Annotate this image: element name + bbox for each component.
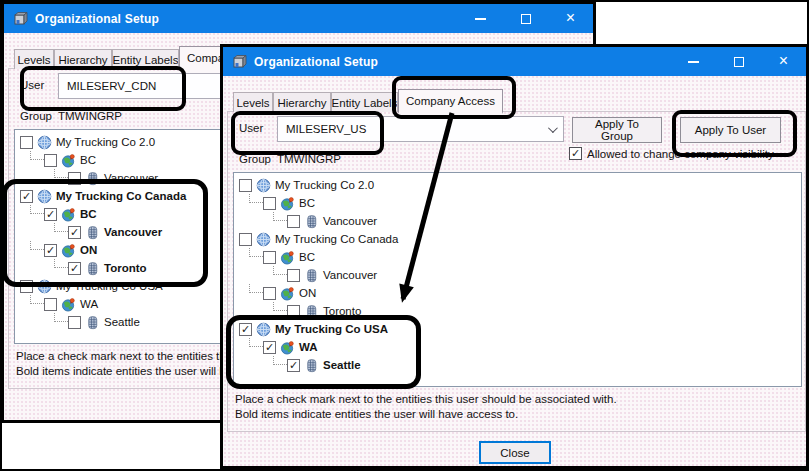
globe-icon	[256, 322, 271, 337]
tree-item[interactable]: My Trucking Co 2.0	[234, 176, 801, 194]
tree-item-label[interactable]: Toronto	[323, 305, 361, 317]
minimize-button[interactable]	[458, 4, 503, 33]
group-label: Group	[20, 110, 52, 122]
tree-item-label[interactable]: BC	[80, 154, 96, 166]
tree-connector-line	[54, 313, 68, 322]
tree-item-label[interactable]: My Trucking Co USA	[56, 280, 163, 292]
visibility-label: Allowed to change company visibility	[587, 148, 774, 160]
tree-item-checkbox[interactable]	[287, 305, 300, 318]
tree-item[interactable]: ✓Seattle	[234, 356, 801, 374]
tab-company-access[interactable]: Company Access	[398, 89, 503, 114]
titlebar[interactable]: Organizational Setup ×	[4, 4, 593, 33]
tree-item-label[interactable]: Vancouver	[104, 172, 158, 184]
tree-item-checkbox[interactable]: ✓	[68, 226, 81, 239]
close-icon: ×	[779, 53, 788, 69]
tab-hierarchy[interactable]: Hierarchy	[273, 92, 331, 112]
tree-item-checkbox[interactable]	[20, 280, 33, 293]
tree-item-checkbox[interactable]	[239, 233, 252, 246]
tree-item-checkbox[interactable]: ✓	[44, 244, 57, 257]
tree-item-checkbox[interactable]: ✓	[20, 190, 33, 203]
tree-item-label[interactable]: My Trucking Co Canada	[275, 233, 398, 245]
globe-pin-icon	[61, 153, 76, 168]
tree-item-label[interactable]: My Trucking Co Canada	[56, 190, 186, 202]
visibility-checkbox[interactable]: ✓	[569, 147, 582, 160]
tree-item[interactable]: BC	[234, 194, 801, 212]
tree-item-checkbox[interactable]: ✓	[239, 323, 252, 336]
tree-item-label[interactable]: BC	[299, 197, 315, 209]
minimize-button[interactable]	[671, 47, 716, 76]
globe-pin-icon	[61, 243, 76, 258]
tree-connector-line	[30, 151, 44, 160]
apply-to-group-button[interactable]: Apply To Group	[572, 117, 662, 143]
close-dialog-button[interactable]: Close	[479, 441, 551, 464]
user-label: User	[20, 79, 44, 91]
tree-item[interactable]: ✓WA	[234, 338, 801, 356]
tree-item-checkbox[interactable]: ✓	[287, 359, 300, 372]
globe-pin-icon	[61, 297, 76, 312]
tree-item-checkbox[interactable]	[20, 136, 33, 149]
tree-item-checkbox[interactable]: ✓	[263, 341, 276, 354]
tree-item-checkbox[interactable]	[239, 179, 252, 192]
tree-item[interactable]: Toronto	[234, 302, 801, 320]
tree-connector-line	[54, 259, 68, 268]
tree-item-label[interactable]: Vancouver	[323, 215, 377, 227]
close-window-button[interactable]: ×	[548, 4, 593, 33]
user-combobox-value: MILESERV_US	[286, 123, 366, 135]
globe-pin-icon	[280, 196, 295, 211]
visibility-checkbox-row[interactable]: ✓ Allowed to change company visibility	[569, 147, 774, 160]
tree-item-label[interactable]: BC	[299, 251, 315, 263]
user-combobox-value: MILESERV_CDN	[67, 80, 156, 92]
tree-item-checkbox[interactable]	[263, 287, 276, 300]
globe-pin-icon	[61, 207, 76, 222]
tree-item-label[interactable]: BC	[80, 208, 97, 220]
user-combobox[interactable]: MILESERV_US	[277, 116, 564, 142]
tree-item-label[interactable]: Seattle	[104, 316, 140, 328]
tree-item-label[interactable]: Toronto	[104, 262, 147, 274]
globe-pin-icon	[280, 250, 295, 265]
window-title: Organizational Setup	[35, 12, 159, 26]
tree-item-label[interactable]: Vancouver	[104, 226, 162, 238]
maximize-button[interactable]	[503, 4, 548, 33]
globe-icon	[37, 135, 52, 150]
close-window-button[interactable]: ×	[761, 47, 806, 76]
tree-item-label[interactable]: WA	[80, 298, 98, 310]
tree-item-checkbox[interactable]	[287, 269, 300, 282]
tree-item-checkbox[interactable]: ✓	[44, 208, 57, 221]
maximize-icon	[521, 14, 531, 24]
tree-item[interactable]: Vancouver	[234, 212, 801, 230]
tab-hierarchy[interactable]: Hierarchy	[54, 49, 112, 69]
tree-item-checkbox[interactable]	[68, 316, 81, 329]
group-label: Group	[239, 153, 271, 165]
tree-connector-line	[273, 302, 287, 311]
org-blocks-icon	[231, 54, 247, 70]
tree-item-checkbox[interactable]	[44, 154, 57, 167]
tab-entity-labels[interactable]: Entity Labels	[331, 92, 398, 112]
tree-item-checkbox[interactable]	[68, 172, 81, 185]
tree-item-label[interactable]: My Trucking Co 2.0	[56, 136, 155, 148]
tree-item-label[interactable]: My Trucking Co USA	[275, 323, 388, 335]
tree-item-checkbox[interactable]	[287, 215, 300, 228]
maximize-button[interactable]	[716, 47, 761, 76]
tree-item-label[interactable]: Vancouver	[323, 269, 377, 281]
tree-item[interactable]: BC	[234, 248, 801, 266]
tree-item[interactable]: Vancouver	[234, 266, 801, 284]
tab-levels[interactable]: Levels	[14, 49, 54, 69]
tree-item-label[interactable]: My Trucking Co 2.0	[275, 179, 374, 191]
building-icon	[85, 315, 100, 330]
tree-item-checkbox[interactable]: ✓	[68, 262, 81, 275]
tab-entity-labels[interactable]: Entity Labels	[112, 49, 179, 69]
tree-item-label[interactable]: ON	[299, 287, 316, 299]
tab-levels[interactable]: Levels	[233, 92, 273, 112]
tree-item-checkbox[interactable]	[263, 197, 276, 210]
tree-item-label[interactable]: ON	[80, 244, 97, 256]
tree-item[interactable]: My Trucking Co Canada	[234, 230, 801, 248]
window-title: Organizational Setup	[254, 55, 378, 69]
titlebar[interactable]: Organizational Setup ×	[223, 47, 806, 76]
tree-item[interactable]: ON	[234, 284, 801, 302]
tree-item-checkbox[interactable]	[44, 298, 57, 311]
tree-item-label[interactable]: Seattle	[323, 359, 361, 371]
tree-item[interactable]: ✓My Trucking Co USA	[234, 320, 801, 338]
apply-to-user-button[interactable]: Apply To User	[680, 117, 781, 143]
tree-item-checkbox[interactable]	[263, 251, 276, 264]
tree-item-label[interactable]: WA	[299, 341, 318, 353]
